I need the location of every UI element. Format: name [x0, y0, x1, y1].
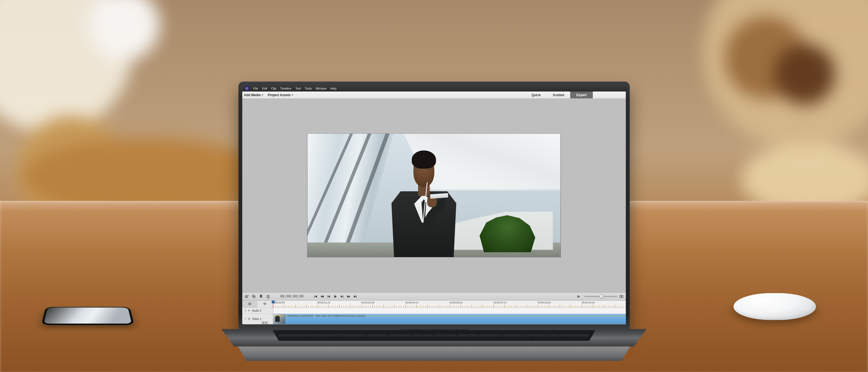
- svg-marker-19: [354, 296, 356, 298]
- svg-rect-8: [314, 296, 315, 298]
- timeline-tab-video[interactable]: [242, 301, 258, 308]
- svg-rect-31: [248, 318, 250, 320]
- track-audio-2: Audio 2: [242, 308, 626, 314]
- menu-help[interactable]: Help: [331, 87, 337, 90]
- timeline-ruler[interactable]: 0;00;00;00 00;00;01;14 00;00;02;29 00;00…: [273, 301, 626, 308]
- track-expand-icon[interactable]: [244, 309, 247, 312]
- zoom-slider-thumb[interactable]: [600, 294, 604, 299]
- track-audio-2-label: Audio 2: [252, 309, 261, 312]
- svg-rect-22: [578, 296, 578, 298]
- opacity-rubberband[interactable]: [273, 316, 626, 316]
- svg-point-26: [249, 303, 249, 304]
- svg-rect-25: [621, 296, 622, 298]
- menu-clip[interactable]: Clip: [271, 87, 276, 90]
- svg-marker-29: [245, 310, 246, 311]
- transport-bar: N 00;00;00;00: [242, 292, 626, 301]
- laptop-keyboard: [272, 330, 595, 341]
- mode-quick-label: Quick: [531, 93, 540, 97]
- svg-rect-20: [356, 296, 356, 298]
- ruler-tick-0: 0;00;00;00: [273, 301, 317, 304]
- camera-plus-icon[interactable]: [244, 294, 249, 299]
- ruler-tick-3: 00;00;04;14: [405, 301, 450, 304]
- duplicate-icon[interactable]: [252, 294, 256, 299]
- svg-marker-18: [349, 296, 350, 298]
- project-assets-label: Project Assets: [268, 93, 291, 97]
- chevron-down-icon: [262, 94, 264, 96]
- menu-file[interactable]: File: [253, 87, 258, 90]
- ruler-tick-6: 00;00;08;29: [537, 301, 582, 304]
- menu-timeline[interactable]: Timeline: [280, 87, 291, 90]
- timeline-header: 0;00;00;00 00;00;01;14 00;00;02;29 00;00…: [242, 301, 626, 308]
- mode-expert[interactable]: Expert: [570, 92, 593, 98]
- ruler-tick-2: 00;00;02;29: [361, 301, 405, 304]
- fast-forward-icon[interactable]: [347, 294, 351, 299]
- track-collapse-icon[interactable]: [244, 317, 247, 320]
- ruler-tick-7: 00;00;10;14: [582, 301, 626, 304]
- track-scroll-arrows[interactable]: ◂ ▸: [261, 321, 268, 324]
- marker-icon[interactable]: N: [259, 294, 263, 299]
- mode-expert-label: Expert: [577, 93, 587, 97]
- menubar: File Edit Clip Timeline Text Tools Windo…: [242, 86, 626, 92]
- timecode-display[interactable]: 00;00;00;00: [280, 294, 304, 299]
- svg-marker-1: [247, 88, 247, 89]
- rewind-icon[interactable]: [320, 294, 324, 299]
- svg-text:N: N: [260, 295, 262, 297]
- sliders-icon: [247, 302, 252, 306]
- svg-marker-11: [322, 296, 324, 298]
- mode-quick[interactable]: Quick: [526, 92, 547, 98]
- toolbar: Add Media Project Assets Quick Guided Ex…: [242, 92, 626, 99]
- ruler-tick-5: 00;00;07;14: [494, 301, 537, 304]
- menu-window[interactable]: Window: [316, 87, 327, 90]
- play-icon[interactable]: [334, 294, 338, 299]
- mode-guided-label: Guided: [553, 93, 564, 97]
- goto-end-icon[interactable]: [353, 294, 358, 299]
- preview-panel: [242, 99, 626, 292]
- svg-rect-23: [579, 296, 580, 297]
- timeline-tab-audio[interactable]: [257, 301, 273, 308]
- add-media-dropdown[interactable]: Add Media: [244, 93, 264, 97]
- step-back-icon[interactable]: [327, 294, 331, 299]
- svg-marker-9: [315, 296, 317, 298]
- chevron-down-icon: [292, 94, 293, 96]
- filmstrip-icon[interactable]: [248, 317, 250, 320]
- zoom-out-icon[interactable]: [577, 294, 582, 299]
- zoom-slider[interactable]: [584, 296, 617, 297]
- goto-start-icon[interactable]: [314, 294, 318, 299]
- svg-marker-17: [347, 296, 348, 298]
- svg-marker-10: [321, 296, 322, 298]
- svg-marker-13: [329, 296, 330, 298]
- arrow-right-icon[interactable]: ▸: [265, 321, 268, 324]
- step-forward-icon[interactable]: [340, 294, 344, 299]
- arrow-left-icon[interactable]: ◂: [261, 321, 265, 324]
- zoom-control: [577, 294, 624, 299]
- trash-icon[interactable]: [266, 294, 270, 299]
- project-assets-dropdown[interactable]: Project Assets: [268, 93, 293, 97]
- workspace-modes: Quick Guided Expert: [526, 92, 593, 98]
- track-video-1-lane[interactable]: AdobeStock_315212806 - dark video.mov Ru…: [273, 314, 626, 324]
- preview-monitor[interactable]: [308, 134, 561, 257]
- app-logo-icon: [244, 86, 249, 91]
- zoom-fit-icon[interactable]: [619, 294, 624, 299]
- playback-controls: [314, 294, 358, 299]
- smartphone-prop: [41, 307, 134, 325]
- svg-point-27: [250, 304, 251, 305]
- speaker-icon[interactable]: [248, 309, 250, 312]
- svg-rect-16: [343, 296, 343, 298]
- laptop: File Edit Clip Timeline Text Tools Windo…: [221, 82, 647, 361]
- track-audio-2-lane[interactable]: [273, 308, 626, 314]
- timeline-tracks: Audio 2 Video 1 ◂: [242, 308, 626, 324]
- laptop-base: [221, 329, 647, 361]
- ruler-tick-1: 00;00;01;14: [317, 301, 361, 304]
- video-clip[interactable]: AdobeStock_315212806 - dark video.mov Ru…: [273, 314, 626, 324]
- menu-tools[interactable]: Tools: [305, 87, 312, 90]
- svg-marker-30: [244, 318, 246, 319]
- waveform-icon: [262, 302, 268, 306]
- menu-edit[interactable]: Edit: [262, 87, 267, 90]
- mode-guided[interactable]: Guided: [547, 92, 570, 98]
- menu-text[interactable]: Text: [296, 87, 301, 90]
- svg-point-3: [246, 296, 247, 297]
- track-video-1: Video 1 ◂ ▸ AdobeStock_315212806 - dark …: [242, 314, 626, 324]
- add-media-label: Add Media: [244, 93, 261, 97]
- svg-marker-15: [341, 296, 343, 298]
- svg-marker-14: [335, 295, 337, 298]
